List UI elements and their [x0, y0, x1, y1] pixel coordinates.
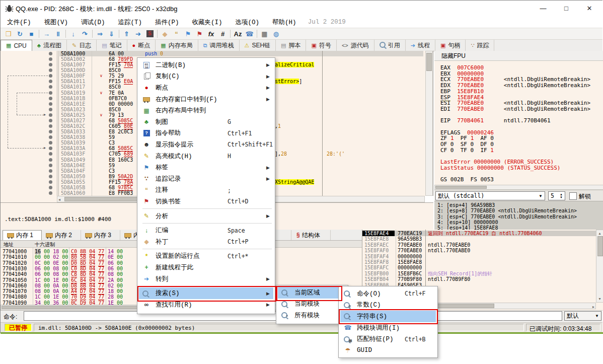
tab-流程图[interactable]: ♣流程图 [32, 40, 67, 51]
menu-item-注释[interactable]: “注释; [139, 185, 273, 196]
menubar-item[interactable]: 选项(O) [229, 17, 266, 28]
tab-笔记[interactable]: ▤笔记 [97, 40, 127, 51]
menu-item-切换书签[interactable]: ⚑切换书签Ctrl+D [139, 196, 273, 207]
breakpoint-dot[interactable] [49, 85, 52, 89]
registers-hscrollbar[interactable] [434, 185, 603, 190]
menu-item-分析[interactable]: ✎分析▶ [139, 210, 273, 222]
label-icon[interactable]: ⚑ [182, 29, 194, 39]
tab-引用[interactable]: 引用 [374, 40, 406, 51]
register-line[interactable]: CF 0 TF 0 IF 1 [440, 148, 494, 154]
tab-调用堆栈[interactable]: ⧉调用堆栈 [198, 40, 240, 51]
comment-icon[interactable]: “ [171, 29, 182, 39]
registers-pane[interactable]: EAX 007C6000EBX 00000000ECX 770EABE0 <nt… [434, 61, 603, 185]
stack-args-pane[interactable]: 1: [esp+4] 96A59BB32: [esp+8] 770EABE0 <… [434, 201, 603, 230]
az-icon[interactable]: Az [232, 29, 244, 39]
scroll-thumb[interactable] [2, 306, 153, 309]
menu-item-查找引用(R)[interactable]: ∞查找引用(R)▶ [139, 299, 273, 311]
scroll-thumb[interactable] [426, 53, 432, 71]
menu-item-标签[interactable]: ⚑标签▶ [139, 162, 273, 173]
hash-icon[interactable]: # [217, 29, 229, 39]
calculator-icon[interactable]: ▦ [259, 29, 270, 39]
breakpoint-dot[interactable] [49, 175, 52, 178]
tab-源代码[interactable]: <>源代码 [337, 40, 374, 51]
stack-vscrollbar[interactable]: ▴▾ [596, 230, 603, 303]
menu-item-设置新的运行点[interactable]: *设置新的运行点Ctrl+* [139, 251, 273, 262]
breakpoint-dot[interactable] [49, 80, 52, 83]
dump-tab-内存 2[interactable]: 内存 2 [42, 230, 81, 240]
tab-SEH链[interactable]: ⚠SEH链 [240, 40, 276, 51]
tab-日志[interactable]: ✎日志 [67, 40, 97, 51]
menu-item-汇编[interactable]: ↓汇编Space [139, 225, 273, 236]
command-combo[interactable]: 默认 ▼ [564, 311, 601, 321]
tab-符号[interactable]: ▣符号 [306, 40, 336, 51]
function-icon[interactable]: fx [205, 29, 217, 39]
bookmark-icon[interactable]: ⚑ [194, 29, 205, 39]
menu-item-当前模块[interactable]: ▫当前模块▶ [278, 299, 346, 310]
tab-断点[interactable]: ●断点 [127, 40, 156, 51]
disasm-row[interactable]: 5D8A10006A 00push 0 [1, 51, 433, 56]
menubar-item[interactable]: 视图(V) [38, 17, 75, 28]
strings-icon[interactable]: S [144, 29, 156, 39]
menu-item-跨模块调用(I)[interactable]: ☎跨模块调用(I) [340, 322, 436, 334]
breakpoint-dot[interactable] [49, 180, 52, 184]
tab-脚本[interactable]: ▤脚本 [276, 40, 306, 51]
breakpoint-dot[interactable] [49, 102, 52, 106]
breakpoint-dot[interactable] [49, 147, 52, 150]
register-line[interactable]: EDI 770EABE0 <ntdll.DbgUiRemoteBreakin> [440, 106, 590, 112]
run-until-return-icon[interactable]: ⇑ [121, 29, 132, 39]
animate-into-icon[interactable]: ➔ [132, 29, 144, 39]
menu-item-制图[interactable]: ♣制图G [139, 116, 273, 128]
breakpoint-dot[interactable] [49, 52, 52, 55]
dump-tab-内存 3[interactable]: 内存 3 [81, 230, 120, 240]
breakpoint-dot[interactable] [49, 186, 52, 189]
menubar-item[interactable]: 追踪(T) [112, 17, 149, 28]
menu-item-GUID[interactable]: ☂GUID [340, 345, 436, 356]
breakpoint-dot[interactable] [49, 130, 52, 133]
breakpoint-dot[interactable] [49, 169, 52, 173]
patch-icon[interactable]: ◆ [159, 29, 171, 39]
menu-item-所有模块[interactable]: *所有模块▶ [278, 310, 346, 321]
stop-icon[interactable]: ■ [26, 29, 37, 39]
tab-线程[interactable]: ➔线程 [406, 40, 435, 51]
breakpoint-dot[interactable] [49, 63, 52, 66]
modules-phone-icon[interactable]: ☎ [244, 29, 255, 39]
menu-item-显示指令提示[interactable]: ☻显示指令提示Ctrl+Shift+F1 [139, 139, 273, 151]
scroll-thumb[interactable] [597, 236, 603, 256]
pause-icon[interactable]: ‖ [52, 29, 64, 39]
menu-item-二进制(B)[interactable]: 0110二进制(B)▶ [139, 59, 273, 71]
restart-icon[interactable]: ↻ [14, 29, 26, 39]
step-out-icon[interactable]: ⇓ [106, 29, 117, 39]
menu-item-常数(C)[interactable]: #常数(C) [340, 300, 436, 311]
title-bar[interactable]: QQ.exe - PID: 268C - 模块: im.dll - 线程: 25… [1, 1, 602, 17]
unlock-checkbox[interactable] [569, 192, 577, 200]
menu-item-匹配特征(P)[interactable]: ▦匹配特征(P)Ctrl+B [340, 333, 436, 345]
tab-内存布局[interactable]: ▦内存布局 [156, 40, 198, 51]
tab-句柄[interactable]: ▣句柄 [435, 40, 466, 51]
breakpoint-dot[interactable] [49, 164, 52, 167]
dump-tab-结构体[interactable]: §结构体 [292, 230, 331, 240]
disasm-vscrollbar[interactable] [425, 51, 433, 196]
menu-item-在内存窗口中转到(F)[interactable]: 在内存窗口中转到(F)▶ [139, 94, 273, 105]
menu-item-当前区域[interactable]: ▫当前区域▶ [278, 287, 346, 299]
menu-item-在内存布局中转到[interactable]: ▦在内存布局中转到 [139, 105, 273, 116]
minimize-button[interactable]: — [532, 1, 555, 17]
globe-icon[interactable]: ◍ [270, 29, 282, 39]
breakpoint-dot[interactable] [49, 152, 52, 156]
breakpoint-dot[interactable] [49, 91, 52, 95]
menu-item-追踪记录[interactable]: ∵追踪记录▶ [139, 173, 273, 185]
menu-item-补丁[interactable]: ◆补丁Ctrl+P [139, 236, 273, 248]
arg-count-stepper[interactable]: 5 ▲▼ [548, 191, 565, 200]
step-into-icon[interactable]: ↓ [67, 29, 79, 39]
menu-item-新建线程于此[interactable]: +新建线程于此 [139, 262, 273, 273]
menubar-item[interactable]: 文件(F) [1, 17, 38, 28]
menu-item-复制(C)[interactable]: 复制(C)▶ [139, 71, 273, 83]
step-over-icon[interactable]: ↷ [79, 29, 91, 39]
breakpoint-dot[interactable] [49, 191, 52, 195]
hide-fpu-button[interactable]: 隐藏FPU [434, 51, 603, 61]
stack-arg-row[interactable]: 1: [esp+4] 96A59BB3 [437, 202, 495, 208]
menu-item-断点[interactable]: ●断点▶ [139, 82, 273, 94]
register-line[interactable]: LastStatus 00000000 (STATUS_SUCCESS) [440, 165, 560, 171]
scroll-down-arrow[interactable]: ▾ [596, 296, 603, 302]
scroll-thumb[interactable] [435, 186, 487, 189]
open-file-icon[interactable]: ❒ [3, 29, 14, 39]
